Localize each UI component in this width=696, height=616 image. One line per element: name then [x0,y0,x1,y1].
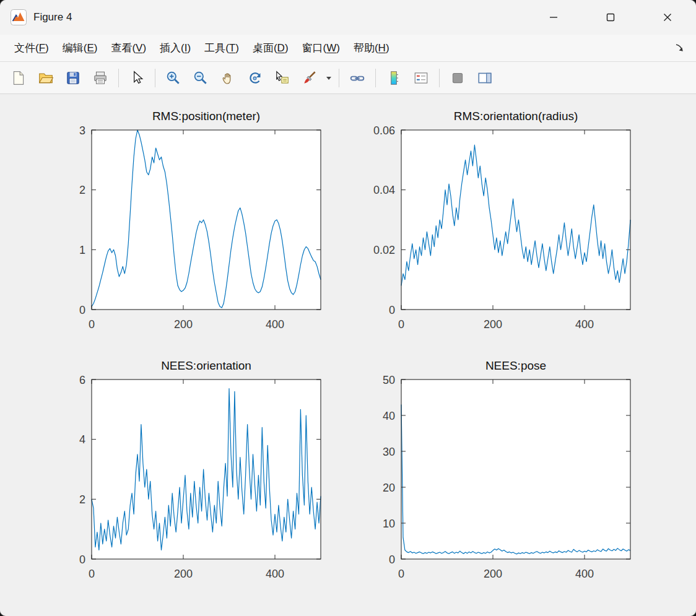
svg-text:0: 0 [398,568,404,580]
dock-arrow-icon [674,43,685,53]
print-figure-button[interactable] [87,65,114,91]
svg-text:RMS:position(meter): RMS:position(meter) [152,110,260,123]
svg-text:10: 10 [383,518,395,530]
rotate-3d-icon [247,70,263,86]
figure-window: Figure 4 文件(F)编辑(E)查看(V)插入(I)工具(T)桌面 [0,0,696,616]
svg-text:NEES:orientation: NEES:orientation [161,359,251,372]
new-document-icon [11,70,27,86]
toolbar-separator [118,69,119,87]
data-cursor-icon [274,70,290,86]
title-bar[interactable]: Figure 4 [0,0,696,35]
svg-text:0: 0 [79,304,85,316]
svg-text:0: 0 [389,553,395,566]
menu-edit[interactable]: 编辑(E) [56,37,105,59]
zoom-in-icon [165,70,181,86]
menu-help[interactable]: 帮助(H) [347,37,396,59]
link-chain-icon [349,70,365,86]
legend-icon [413,70,429,86]
svg-text:200: 200 [484,568,502,580]
svg-text:400: 400 [575,318,594,331]
chart-nees-orientation[interactable]: 02004000246NEES:orientation [48,351,327,594]
svg-text:0: 0 [89,318,95,331]
svg-text:2: 2 [79,184,85,196]
svg-text:NEES:pose: NEES:pose [485,359,546,372]
insert-legend-button[interactable] [407,65,435,91]
chart-nees-pose[interactable]: 020040001020304050NEES:pose [358,351,637,594]
save-floppy-icon [65,70,81,86]
zoom-in-button[interactable] [160,65,187,91]
svg-text:0.02: 0.02 [373,244,395,256]
menu-tools[interactable]: 工具(T) [198,37,246,59]
brush-data-button[interactable] [296,65,323,91]
insert-colorbar-button[interactable] [380,65,407,91]
svg-text:4: 4 [79,433,85,446]
svg-text:30: 30 [383,446,395,458]
toolbar-separator [155,69,155,87]
svg-text:20: 20 [383,482,395,494]
menu-insert[interactable]: 插入(I) [153,37,198,59]
window-title: Figure 4 [33,11,72,24]
pan-hand-icon [220,70,236,86]
close-icon [660,10,675,25]
svg-text:400: 400 [266,568,284,580]
svg-text:0: 0 [389,304,395,316]
chevron-down-icon [325,74,333,82]
save-figure-button[interactable] [59,65,87,91]
chart-rms-orientation[interactable]: 020040000.020.040.06RMS:orientation(radi… [358,102,637,344]
svg-text:RMS:orientation(radius): RMS:orientation(radius) [454,110,578,123]
svg-text:0.04: 0.04 [373,184,395,196]
chart-rms-position[interactable]: 02004000123RMS:position(meter) [48,102,327,344]
svg-text:400: 400 [575,568,594,580]
svg-text:200: 200 [174,318,193,331]
brush-dropdown-button[interactable] [323,65,334,91]
svg-text:0.06: 0.06 [373,124,395,137]
open-folder-icon [38,70,54,86]
brush-icon [302,70,318,86]
zoom-out-button[interactable] [187,65,214,91]
maximize-button[interactable] [591,0,630,35]
svg-text:0: 0 [89,568,95,580]
nees-pose-plot: 020040001020304050NEES:pose [358,351,637,594]
hide-plot-tools-button[interactable] [444,65,471,91]
menu-bar: 文件(F)编辑(E)查看(V)插入(I)工具(T)桌面(D)窗口(W)帮助(H) [0,35,696,62]
window-controls [534,0,696,35]
show-plot-tools-button[interactable] [471,65,498,91]
zoom-out-icon [193,70,209,86]
rotate-3d-button[interactable] [241,65,269,91]
hide-plot-tools-icon [450,70,466,86]
svg-text:200: 200 [174,568,193,580]
menu-items: 文件(F)编辑(E)查看(V)插入(I)工具(T)桌面(D)窗口(W)帮助(H) [7,37,396,59]
svg-text:6: 6 [79,374,85,386]
toolbar-separator [439,69,440,87]
data-cursor-button[interactable] [269,65,296,91]
minimize-icon [546,10,561,25]
close-button[interactable] [648,0,687,35]
figure-canvas: 02004000123RMS:position(meter) 020040000… [0,94,696,616]
link-plot-button[interactable] [344,65,371,91]
menu-view[interactable]: 查看(V) [104,37,153,59]
menu-desktop[interactable]: 桌面(D) [246,37,295,59]
edit-plot-button[interactable] [123,65,150,91]
edit-arrow-icon [129,70,145,86]
minimize-button[interactable] [534,0,573,35]
open-file-button[interactable] [32,65,59,91]
svg-text:2: 2 [79,493,85,506]
svg-text:3: 3 [79,124,85,137]
svg-text:200: 200 [484,318,502,331]
pan-button[interactable] [214,65,241,91]
menu-window[interactable]: 窗口(W) [295,37,347,59]
svg-text:40: 40 [383,410,395,422]
svg-text:50: 50 [383,374,395,386]
show-plot-tools-icon [477,70,493,86]
svg-text:400: 400 [266,318,284,331]
rms-position-plot: 02004000123RMS:position(meter) [48,102,327,344]
svg-text:0: 0 [398,318,404,331]
dock-figure-button[interactable] [670,39,689,58]
new-figure-button[interactable] [5,65,32,91]
nees-orientation-plot: 02004000246NEES:orientation [48,351,327,594]
svg-text:1: 1 [79,244,85,256]
menu-file[interactable]: 文件(F) [7,37,56,59]
svg-text:0: 0 [79,553,85,566]
matlab-figure-icon [10,9,27,26]
figure-toolbar [0,62,696,94]
